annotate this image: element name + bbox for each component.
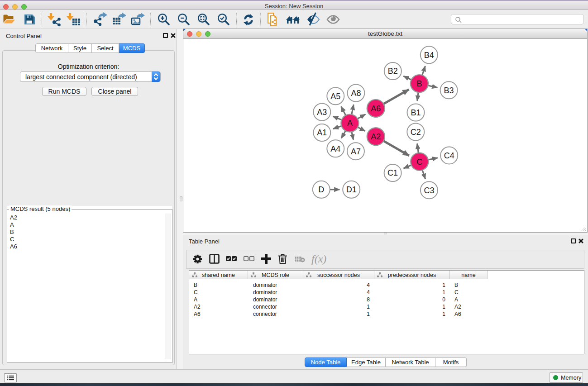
svg-text:A1: A1 xyxy=(317,128,327,137)
svg-text:C3: C3 xyxy=(424,186,434,195)
svg-text:A4: A4 xyxy=(330,144,340,153)
svg-text:A5: A5 xyxy=(330,92,340,101)
svg-text:B3: B3 xyxy=(444,86,454,95)
svg-text:A: A xyxy=(347,119,353,128)
svg-text:C: C xyxy=(416,157,422,167)
svg-text:B: B xyxy=(416,79,422,88)
svg-text:B2: B2 xyxy=(388,67,398,76)
svg-text:C2: C2 xyxy=(411,128,421,137)
svg-text:A2: A2 xyxy=(371,132,381,141)
svg-text:A6: A6 xyxy=(371,104,381,113)
svg-text:D1: D1 xyxy=(346,185,357,194)
svg-text:A3: A3 xyxy=(317,108,327,117)
svg-text:C4: C4 xyxy=(444,151,454,160)
svg-text:D: D xyxy=(318,185,324,194)
svg-text:B1: B1 xyxy=(411,108,421,117)
svg-text:A7: A7 xyxy=(351,147,361,156)
svg-text:B4: B4 xyxy=(424,51,434,60)
svg-text:A8: A8 xyxy=(351,89,361,98)
svg-text:C1: C1 xyxy=(387,168,398,177)
